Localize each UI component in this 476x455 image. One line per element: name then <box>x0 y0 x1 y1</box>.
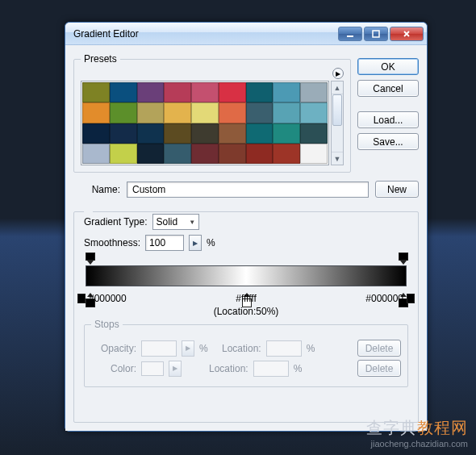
gradient-type-label: Gradient Type: <box>84 216 148 228</box>
window-title: Gradient Editor <box>73 28 338 40</box>
scroll-up-icon[interactable]: ▲ <box>332 81 343 94</box>
cancel-button[interactable]: Cancel <box>357 80 419 97</box>
svg-rect-1 <box>373 31 379 37</box>
preset-swatch[interactable] <box>300 82 328 102</box>
gradient-preview-area: #000000 #ffffff (Location:50%) #000000 <box>86 262 407 319</box>
opacity-stop-right[interactable] <box>399 253 407 262</box>
gradient-bar[interactable] <box>86 265 407 286</box>
preset-swatch[interactable] <box>191 144 219 164</box>
preset-swatch[interactable] <box>137 82 165 102</box>
preset-swatch[interactable] <box>273 82 300 102</box>
hex-annotation-row: #000000 #ffffff (Location:50%) #000000 <box>77 293 415 318</box>
chevron-down-icon: ▼ <box>189 219 195 226</box>
presets-flyout-icon[interactable]: ▶ <box>332 68 344 79</box>
scroll-down-icon[interactable]: ▼ <box>332 152 343 165</box>
name-row: Name: New <box>73 177 419 201</box>
preset-swatch[interactable] <box>137 123 165 144</box>
gradient-type-select[interactable]: Solid ▼ <box>152 214 200 230</box>
preset-swatch[interactable] <box>82 102 110 123</box>
stops-legend: Stops <box>91 319 123 330</box>
gradient-type-value: Solid <box>157 216 178 228</box>
titlebar[interactable]: Gradient Editor <box>65 23 427 45</box>
scroll-track[interactable] <box>332 94 343 152</box>
preset-swatch[interactable] <box>110 144 137 164</box>
new-button[interactable]: New <box>375 181 419 198</box>
smoothness-unit: % <box>207 237 215 248</box>
watermark-cn-suffix: 教程网 <box>417 419 468 436</box>
svg-rect-0 <box>347 35 353 37</box>
preset-swatch[interactable] <box>110 123 137 144</box>
preset-swatch[interactable] <box>219 123 246 144</box>
save-button[interactable]: Save... <box>357 133 419 150</box>
maximize-button[interactable] <box>364 27 388 41</box>
scroll-thumb[interactable] <box>332 94 342 126</box>
ink-icon <box>77 294 86 303</box>
close-button[interactable] <box>390 27 424 41</box>
preset-swatch[interactable] <box>191 82 219 102</box>
presets-scrollbar[interactable]: ▲ ▼ <box>331 81 344 165</box>
color-location-field <box>253 361 289 377</box>
watermark: 查字典教程网 jiaocheng.chazidian.com <box>366 417 468 449</box>
opacity-label: Opacity: <box>91 343 136 354</box>
preset-swatch[interactable] <box>110 102 137 123</box>
smoothness-flyout-icon[interactable]: ▶ <box>189 235 202 251</box>
hex-right: #000000 <box>365 293 403 304</box>
color-location-label: Location: <box>200 363 248 374</box>
preset-swatch[interactable] <box>273 144 300 164</box>
preset-swatch[interactable] <box>300 102 328 123</box>
preset-swatch[interactable] <box>82 82 110 102</box>
stops-fieldset: Stops Opacity: ▶ % Location: % Delete Co… <box>84 319 408 387</box>
preset-swatch[interactable] <box>300 123 328 144</box>
watermark-cn-prefix: 查字典 <box>366 419 417 436</box>
color-label: Color: <box>91 363 136 374</box>
preset-swatch[interactable] <box>191 123 219 144</box>
smoothness-input[interactable] <box>145 235 184 251</box>
color-flyout-icon: ▶ <box>169 361 182 377</box>
opacity-unit: % <box>199 343 208 354</box>
presets-legend: Presets <box>81 53 120 65</box>
load-button[interactable]: Load... <box>357 111 419 128</box>
preset-swatch[interactable] <box>300 144 328 164</box>
presets-fieldset: Presets ▶ ▲ ▼ <box>73 53 351 173</box>
right-buttons: OK Cancel Load... Save... <box>357 53 419 173</box>
preset-swatch[interactable] <box>246 144 273 164</box>
hex-left: #000000 <box>89 293 127 304</box>
preset-swatch[interactable] <box>164 102 191 123</box>
opacity-field <box>141 340 177 357</box>
preset-swatch[interactable] <box>273 123 300 144</box>
minimize-button[interactable] <box>338 27 362 41</box>
preset-swatch[interactable] <box>219 102 246 123</box>
gradient-fieldset: . Gradient Type: Solid ▼ Smoothness: ▶ % <box>73 206 419 423</box>
client-area: Presets ▶ ▲ ▼ OK Cancel <box>65 45 427 431</box>
opacity-flyout-icon: ▶ <box>182 340 194 357</box>
preset-swatch[interactable] <box>164 144 191 164</box>
preset-swatch[interactable] <box>164 123 191 144</box>
preset-swatch[interactable] <box>137 144 165 164</box>
preset-swatch[interactable] <box>273 102 300 123</box>
presets-swatch-grid[interactable] <box>81 81 329 165</box>
ink-icon <box>407 294 415 303</box>
opacity-location-label: Location: <box>213 343 261 354</box>
preset-swatch[interactable] <box>246 123 273 144</box>
color-well <box>141 361 164 376</box>
window-controls <box>338 27 424 41</box>
opacity-location-unit: % <box>307 343 315 354</box>
preset-swatch[interactable] <box>219 82 246 102</box>
opacity-stop-left[interactable] <box>86 253 94 262</box>
location-note: (Location:50%) <box>214 306 279 319</box>
preset-swatch[interactable] <box>191 102 219 123</box>
hex-mid: #ffffff <box>214 293 279 306</box>
preset-swatch[interactable] <box>164 82 191 102</box>
opacity-delete-button: Delete <box>357 340 401 357</box>
ok-button[interactable]: OK <box>357 58 419 75</box>
preset-swatch[interactable] <box>137 102 165 123</box>
preset-swatch[interactable] <box>110 82 137 102</box>
gradient-editor-window: Gradient Editor Presets ▶ <box>65 22 428 432</box>
preset-swatch[interactable] <box>246 102 273 123</box>
preset-swatch[interactable] <box>246 82 273 102</box>
preset-swatch[interactable] <box>219 144 246 164</box>
opacity-stops <box>86 253 407 262</box>
preset-swatch[interactable] <box>82 123 110 144</box>
name-input[interactable] <box>127 182 369 198</box>
preset-swatch[interactable] <box>82 144 110 164</box>
